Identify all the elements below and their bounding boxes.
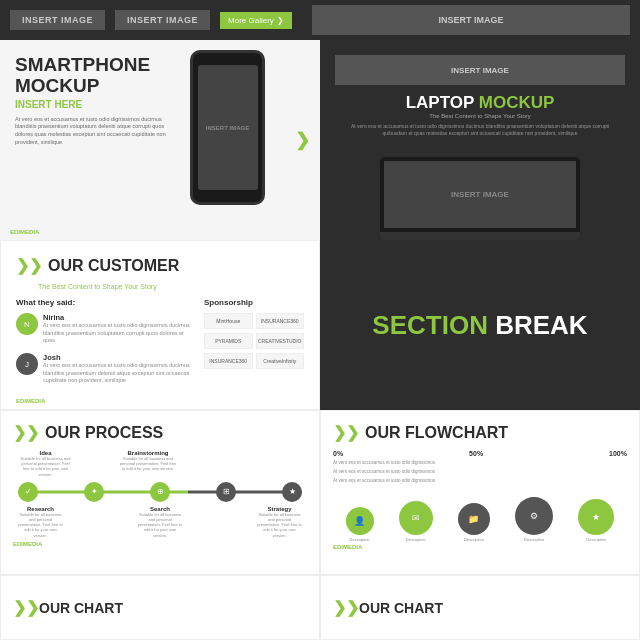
chevron-right-icon: ❯: [295, 129, 310, 151]
process-search: Search Suitable for all business and per…: [138, 506, 183, 538]
sponsor-row-3: INSURANCE360 CreativeInfinity: [204, 353, 304, 369]
node-2: ✦: [84, 482, 104, 502]
laptop-body: At vero eos et accusamus et iusto odio d…: [335, 123, 625, 137]
insert-image-btn-2[interactable]: INSERT IMAGE: [115, 10, 210, 30]
node-3: ⊕: [150, 482, 170, 502]
sponsor-4: CREATIVESTUDIO: [256, 333, 305, 349]
phone-insert-label: INSERT IMAGE: [206, 125, 249, 131]
laptop-insert-center: INSERT IMAGE: [451, 190, 509, 199]
section-break: SECTION BREAK: [320, 240, 640, 410]
flow-desc-3: Description: [464, 537, 484, 542]
flow-desc-1: Description: [350, 537, 370, 542]
node-4: ⊞: [216, 482, 236, 502]
strategy-text: Suitable for all business and personal p…: [257, 512, 302, 538]
smartphone-section: SMARTPHONE MOCKUP INSERT HERE At vero eo…: [0, 40, 320, 240]
flowchart-title: OUR FLOWCHART: [365, 424, 508, 442]
avatar-2: J: [16, 353, 38, 375]
flow-text-2: At vero eos et accusamus et iusto odio d…: [333, 469, 627, 475]
testimonial-name-1: Nirina: [43, 313, 194, 322]
smartphone-body: At vero eos et accusamus et iusto odio d…: [15, 116, 166, 147]
customer-title: OUR CUSTOMER: [48, 257, 179, 275]
brainstorm-text: Suitable for all business and personal p…: [118, 456, 178, 472]
flow-circle-1: 👤: [346, 507, 374, 535]
edimedia-customer: EDIMEDIA: [16, 398, 304, 404]
chart2-title: OUR CHART: [359, 600, 443, 616]
flow-item-4: ⚙ Description: [515, 497, 553, 542]
sponsor-5: INSURANCE360: [204, 353, 253, 369]
testimonial-item-2: J Josh At vero eos et accusamus et iusto…: [16, 353, 194, 385]
phone-mockup: INSERT IMAGE: [190, 50, 265, 205]
process-above-brainstorm: Brainstorming Suitable for all business …: [118, 450, 178, 477]
flow-desc-5: Description: [586, 537, 606, 542]
chart1-title: OUR CHART: [39, 600, 123, 616]
scale-50: 50%: [469, 450, 483, 457]
edimedia-label-smartphone: EDIMEDIA: [10, 229, 39, 235]
sponsorship-label: Sponsorship: [204, 298, 304, 307]
flow-text-1: At vero eos et accusamus et iusto odio d…: [333, 460, 627, 466]
sponsorship-col: Sponsorship MintHouse INSURANCE360 PYRAM…: [204, 298, 304, 393]
flow-item-5: ★ Description: [578, 499, 614, 542]
process-timeline: ✓ ✦ ⊕ ⊞ ★: [13, 482, 307, 502]
laptop-section: INSERT IMAGE LAPTOP MOCKUP The Best Cont…: [320, 40, 640, 240]
flowchart-content: 0% 50% 100% At vero eos et accusamus et …: [333, 450, 627, 542]
flow-circle-3: 📁: [458, 503, 490, 535]
flowchart-visual: 0% 50% 100% At vero eos et accusamus et …: [333, 450, 627, 542]
sponsor-3: PYRAMIDS: [204, 333, 253, 349]
process-below-items: Research Suitable for all business and p…: [13, 506, 307, 538]
process-research: Research Suitable for all business and p…: [18, 506, 63, 538]
chart-section-1: ❯❯ OUR CHART: [0, 575, 320, 640]
testimonial-item-1: N Nirina At vero eos et accusamus et ius…: [16, 313, 194, 345]
testimonial-text-2: Josh At vero eos et accusamus et iusto o…: [43, 353, 194, 385]
process-content: Idea Suitable for all business and perso…: [13, 450, 307, 538]
chart-section-2: ❯❯ OUR CHART: [320, 575, 640, 640]
green-chevrons-icon: ❯❯: [16, 256, 42, 275]
laptop-base: [380, 232, 580, 240]
laptop-insert-top[interactable]: INSERT IMAGE: [335, 55, 625, 85]
testimonial-name-2: Josh: [43, 353, 194, 362]
top-banner: INSERT IMAGE INSERT IMAGE More Gallery ❯…: [0, 0, 640, 40]
chart2-chevrons-icon: ❯❯: [333, 598, 359, 617]
laptop-subtitle: The Best Content to Shape Your Story: [335, 113, 625, 119]
edimedia-flowchart: EDIMEDIA: [333, 544, 627, 550]
laptop-title: LAPTOP MOCKUP: [335, 93, 625, 113]
flowchart-section: ❯❯ OUR FLOWCHART 0% 50% 100% At vero eos…: [320, 410, 640, 575]
flow-circle-2: ✉: [399, 501, 433, 535]
process-header: ❯❯ OUR PROCESS: [13, 423, 307, 442]
what-they-said-label: What they said:: [16, 298, 194, 307]
customer-subtitle: The Best Content to Shape Your Story: [38, 283, 304, 290]
idea-text: Suitable for all business and personal p…: [18, 456, 73, 477]
chevron-icon: ❯: [277, 16, 284, 25]
laptop-title-area: LAPTOP MOCKUP The Best Content to Shape …: [335, 93, 625, 137]
testimonials-col: What they said: N Nirina At vero eos et …: [16, 298, 194, 393]
search-text: Suitable for all business and personal p…: [138, 512, 183, 538]
insert-image-btn-1[interactable]: INSERT IMAGE: [10, 10, 105, 30]
flow-desc-2: Description: [406, 537, 426, 542]
flow-desc-4: Description: [524, 537, 544, 542]
section-break-title: SECTION BREAK: [372, 310, 587, 341]
sponsor-2: INSURANCE360: [256, 313, 305, 329]
customer-header: ❯❯ OUR CUSTOMER: [16, 256, 304, 275]
sponsor-row-1: MintHouse INSURANCE360: [204, 313, 304, 329]
testimonial-body-2: At vero eos et accusamus et iusto odio d…: [43, 362, 194, 385]
flow-circle-4: ⚙: [515, 497, 553, 535]
flow-item-3: 📁 Description: [458, 503, 490, 542]
testimonial-text-1: Nirina At vero eos et accusamus et iusto…: [43, 313, 194, 345]
flow-item-1: 👤 Description: [346, 507, 374, 542]
process-above-items: Idea Suitable for all business and perso…: [13, 450, 307, 477]
phone-screen: INSERT IMAGE: [198, 65, 258, 190]
process-above-idea: Idea Suitable for all business and perso…: [18, 450, 73, 477]
testimonial-body-1: At vero eos et accusamus et iusto odio d…: [43, 322, 194, 345]
scale-0: 0%: [333, 450, 343, 457]
flow-text-3: At vero eos et accusamus et iusto odio d…: [333, 478, 627, 484]
insert-image-right[interactable]: INSERT IMAGE: [312, 5, 630, 35]
flow-item-2: ✉ Description: [399, 501, 433, 542]
laptop-mockup: INSERT IMAGE: [380, 157, 580, 240]
chart1-chevrons-icon: ❯❯: [13, 598, 39, 617]
flowchart-chevrons-icon: ❯❯: [333, 423, 359, 442]
customer-section: ❯❯ OUR CUSTOMER The Best Content to Shap…: [0, 240, 320, 410]
more-gallery-btn[interactable]: More Gallery ❯: [220, 12, 292, 29]
laptop-screen-inner: INSERT IMAGE: [384, 161, 576, 228]
avatar-1: N: [16, 313, 38, 335]
node-1: ✓: [18, 482, 38, 502]
process-title: OUR PROCESS: [45, 424, 163, 442]
